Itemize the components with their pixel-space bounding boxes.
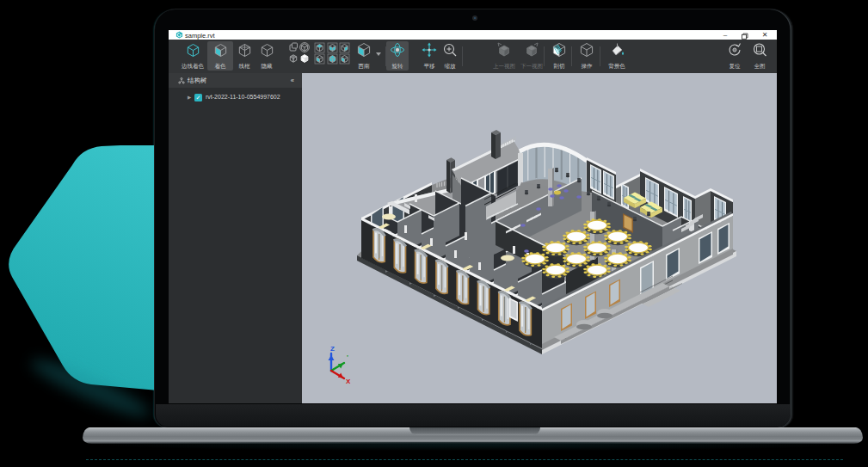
svg-text:': ' [347,353,348,361]
svg-text:Z: Z [330,345,335,353]
svg-text:X: X [346,378,351,385]
